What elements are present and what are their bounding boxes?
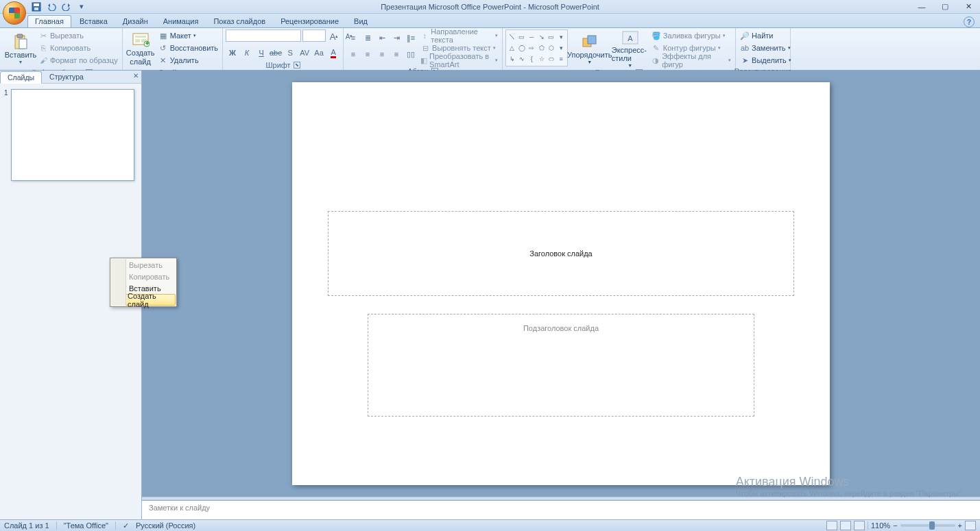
tab-home[interactable]: Главная <box>27 15 71 27</box>
zoom-level[interactable]: 110% <box>871 521 890 530</box>
grow-font-icon[interactable]: A▴ <box>327 29 341 43</box>
redo-icon[interactable] <box>60 1 73 13</box>
layout-button[interactable]: ▦Макет▾ <box>157 29 219 42</box>
align-left-button[interactable]: ≡ <box>346 47 360 61</box>
fit-to-window-button[interactable] <box>965 521 976 530</box>
qat-dropdown-icon[interactable]: ▾ <box>75 1 88 13</box>
new-slide-button[interactable]: ✦ Создать слайд <box>126 29 156 68</box>
find-button[interactable]: 🔎Найти <box>739 29 793 42</box>
underline-button[interactable]: Ч <box>254 46 268 60</box>
arrange-button[interactable]: Упорядочить▼ <box>569 29 610 68</box>
group-editing: 🔎Найти abЗаменить▾ ➤Выделить▾ Редактиров… <box>736 28 791 70</box>
nav-tab-outline[interactable]: Структура <box>42 71 91 83</box>
font-color-button[interactable]: A <box>326 46 340 60</box>
font-launcher[interactable]: ⬊ <box>294 62 300 69</box>
context-menu: ✂Вырезать ⎘Копировать 📋Вставить ▣Создать… <box>110 258 177 307</box>
subtitle-placeholder[interactable]: Подзаголовок слайда <box>368 314 754 417</box>
zoom-out-button[interactable]: − <box>893 521 897 530</box>
paste-label: Вставить <box>5 51 37 59</box>
svg-rect-13 <box>588 36 596 44</box>
italic-button[interactable]: К <box>240 46 254 60</box>
group-clipboard: Вставить ▼ ✂Вырезать ⎘Копировать 🖌Формат… <box>3 28 123 70</box>
title-placeholder[interactable]: Заголовок слайда <box>328 211 794 296</box>
copy-icon: ⎘ <box>38 43 48 53</box>
sorter-view-button[interactable] <box>840 521 851 530</box>
change-case-button[interactable]: Aa <box>312 46 326 60</box>
quick-styles-button[interactable]: A Экспресс-стили▼ <box>612 29 649 68</box>
effects-icon: ◑ <box>652 55 660 65</box>
slide-canvas[interactable]: Заголовок слайда Подзаголовок слайда <box>292 82 830 485</box>
status-language[interactable]: Русский (Россия) <box>136 521 195 530</box>
replace-icon: ab <box>740 43 750 53</box>
slide-thumbnail-1[interactable] <box>11 89 134 181</box>
maximize-button[interactable]: ▢ <box>933 0 957 14</box>
tab-slideshow[interactable]: Показ слайдов <box>206 16 272 27</box>
tab-view[interactable]: Вид <box>347 16 374 27</box>
svg-rect-1 <box>34 3 39 6</box>
align-center-button[interactable]: ≡ <box>361 47 374 61</box>
shadow-button[interactable]: S <box>283 46 297 60</box>
replace-button[interactable]: abЗаменить▾ <box>739 42 793 54</box>
notes-pane[interactable]: Заметки к слайду <box>142 500 980 519</box>
normal-view-button[interactable] <box>826 521 837 530</box>
pen-icon: ✎ <box>652 43 661 53</box>
smartart-button[interactable]: ◧Преобразовать в SmartArt▾ <box>419 54 499 66</box>
zoom-in-button[interactable]: + <box>958 521 962 530</box>
status-bar: Слайд 1 из 1 "Тема Office" ✓ Русский (Ро… <box>0 519 980 531</box>
align-right-button[interactable]: ≡ <box>375 47 389 61</box>
cut-button[interactable]: ✂Вырезать <box>37 29 119 42</box>
spellcheck-icon[interactable]: ✓ <box>123 521 129 530</box>
status-theme: "Тема Office" <box>64 521 108 530</box>
indent-inc-button[interactable]: ⇥ <box>390 31 403 45</box>
line-spacing-button[interactable]: ‖≡ <box>404 31 418 45</box>
tab-insert[interactable]: Вставка <box>73 16 115 27</box>
tab-review[interactable]: Рецензирование <box>274 16 346 27</box>
layout-icon: ▦ <box>158 31 168 40</box>
bucket-icon: 🪣 <box>652 31 661 40</box>
save-icon[interactable] <box>30 1 43 13</box>
indent-dec-button[interactable]: ⇤ <box>375 31 389 45</box>
smartart-icon: ◧ <box>420 55 427 65</box>
reset-button[interactable]: ↺Восстановить <box>157 42 219 54</box>
zoom-slider[interactable] <box>900 524 955 527</box>
nav-close-icon[interactable]: ✕ <box>133 72 139 79</box>
font-name-combo[interactable] <box>226 29 301 42</box>
tab-design[interactable]: Дизайн <box>116 16 155 27</box>
char-spacing-button[interactable]: AV <box>298 46 311 60</box>
bullets-button[interactable]: ≡ <box>346 31 360 45</box>
svg-text:A: A <box>628 34 633 42</box>
close-button[interactable]: ✕ <box>957 0 980 14</box>
slide-editor: Заголовок слайда Подзаголовок слайда Акт… <box>142 71 980 519</box>
columns-button[interactable]: ▯▯ <box>404 47 418 61</box>
office-button[interactable] <box>3 1 26 25</box>
svg-rect-8 <box>135 39 140 42</box>
select-button[interactable]: ➤Выделить▾ <box>739 54 793 66</box>
help-icon[interactable]: ? <box>964 16 975 27</box>
slideshow-view-button[interactable] <box>854 521 865 530</box>
font-size-combo[interactable] <box>302 29 326 42</box>
nav-tab-slides[interactable]: Слайды <box>0 71 42 84</box>
scissors-icon: ✂ <box>38 31 48 40</box>
delete-icon: ✕ <box>158 55 168 65</box>
shape-fill-button[interactable]: 🪣Заливка фигуры▾ <box>650 29 732 42</box>
svg-rect-5 <box>19 39 27 49</box>
bold-button[interactable]: Ж <box>226 46 239 60</box>
format-painter-button[interactable]: 🖌Формат по образцу <box>37 54 119 66</box>
paste-button[interactable]: Вставить ▼ <box>5 29 36 68</box>
svg-text:✦: ✦ <box>143 39 150 47</box>
justify-button[interactable]: ≡ <box>390 47 403 61</box>
reset-icon: ↺ <box>158 43 168 53</box>
tab-animation[interactable]: Анимация <box>156 16 206 27</box>
strike-button[interactable]: abe <box>269 46 283 60</box>
quick-access-toolbar: ▾ <box>30 1 88 13</box>
minimize-button[interactable]: — <box>910 0 933 14</box>
undo-icon[interactable] <box>45 1 58 13</box>
title-bar: ▾ Презентация Microsoft Office PowerPoin… <box>0 0 980 14</box>
delete-button[interactable]: ✕Удалить <box>157 54 219 66</box>
shape-effects-button[interactable]: ◑Эффекты для фигур▾ <box>650 54 732 66</box>
numbering-button[interactable]: ≣ <box>361 31 374 45</box>
status-slide-count: Слайд 1 из 1 <box>4 521 49 530</box>
copy-button[interactable]: ⎘Копировать <box>37 42 119 54</box>
shapes-gallery[interactable]: ＼▭─↘▭▾ △◯⇨⬠⬡▾ ↳∿{☆⬭≡ <box>505 29 568 66</box>
text-direction-button[interactable]: ↕Направление текста▾ <box>419 29 499 42</box>
